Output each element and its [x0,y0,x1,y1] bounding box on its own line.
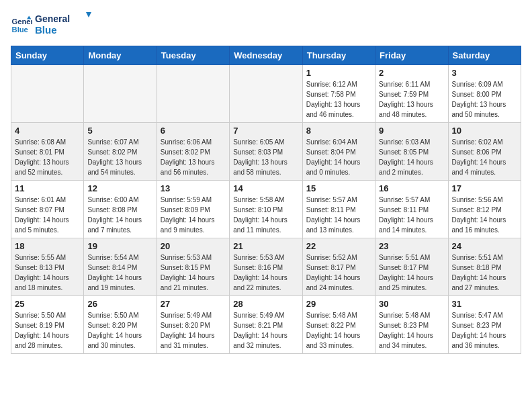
page-header: General Blue General Blue [11,11,521,40]
day-number: 22 [306,241,371,251]
calendar-header-row: SundayMondayTuesdayWednesdayThursdayFrid… [11,46,521,65]
day-info: Sunrise: 5:53 AMSunset: 8:15 PMDaylight:… [161,253,226,293]
day-info: Sunrise: 6:11 AMSunset: 7:59 PMDaylight:… [379,79,444,120]
calendar-day-cell: 26Sunrise: 5:50 AMSunset: 8:20 PMDayligh… [84,296,157,354]
calendar-day-cell: 10Sunrise: 6:02 AMSunset: 8:06 PMDayligh… [448,123,521,181]
weekday-header: Monday [84,46,157,65]
day-info: Sunrise: 5:49 AMSunset: 8:20 PMDaylight:… [161,310,226,351]
calendar-day-cell [11,65,84,123]
day-info: Sunrise: 6:06 AMSunset: 8:02 PMDaylight:… [161,137,226,177]
day-info: Sunrise: 6:08 AMSunset: 8:01 PMDaylight:… [15,137,80,177]
calendar-day-cell [230,65,302,123]
calendar-week-row: 11Sunrise: 6:01 AMSunset: 8:07 PMDayligh… [11,181,521,238]
calendar-day-cell: 9Sunrise: 6:03 AMSunset: 8:05 PMDaylight… [375,123,448,181]
calendar-day-cell: 8Sunrise: 6:04 AMSunset: 8:04 PMDaylight… [302,123,375,181]
calendar-day-cell: 14Sunrise: 5:58 AMSunset: 8:10 PMDayligh… [230,181,302,238]
calendar-day-cell: 15Sunrise: 5:57 AMSunset: 8:11 PMDayligh… [302,181,375,238]
svg-text:Blue: Blue [12,26,28,34]
calendar-day-cell: 6Sunrise: 6:06 AMSunset: 8:02 PMDaylight… [157,123,229,181]
day-number: 10 [452,126,517,136]
day-info: Sunrise: 5:47 AMSunset: 8:23 PMDaylight:… [452,310,517,351]
calendar-day-cell [157,65,229,123]
calendar-day-cell: 25Sunrise: 5:50 AMSunset: 8:19 PMDayligh… [11,296,84,354]
day-number: 24 [452,241,517,251]
day-number: 28 [233,299,298,309]
calendar-week-row: 4Sunrise: 6:08 AMSunset: 8:01 PMDaylight… [11,123,521,181]
day-info: Sunrise: 5:59 AMSunset: 8:09 PMDaylight:… [161,195,226,235]
day-info: Sunrise: 5:48 AMSunset: 8:23 PMDaylight:… [379,310,444,351]
day-info: Sunrise: 5:56 AMSunset: 8:12 PMDaylight:… [452,195,517,235]
day-number: 9 [379,126,444,136]
day-number: 6 [161,126,226,136]
calendar-day-cell: 7Sunrise: 6:05 AMSunset: 8:03 PMDaylight… [230,123,302,181]
logo-icon: General Blue [11,15,32,36]
calendar-day-cell: 1Sunrise: 6:12 AMSunset: 7:58 PMDaylight… [302,65,375,123]
day-info: Sunrise: 6:01 AMSunset: 8:07 PMDaylight:… [15,195,80,235]
calendar-week-row: 25Sunrise: 5:50 AMSunset: 8:19 PMDayligh… [11,296,521,354]
weekday-header: Friday [375,46,448,65]
day-number: 7 [233,126,298,136]
day-number: 23 [379,241,444,251]
day-number: 17 [452,183,517,193]
day-info: Sunrise: 5:55 AMSunset: 8:13 PMDaylight:… [15,253,80,293]
day-number: 11 [15,183,80,193]
weekday-header: Saturday [448,46,521,65]
calendar-day-cell: 28Sunrise: 5:49 AMSunset: 8:21 PMDayligh… [230,296,302,354]
day-info: Sunrise: 6:03 AMSunset: 8:05 PMDaylight:… [379,137,444,177]
calendar-day-cell: 13Sunrise: 5:59 AMSunset: 8:09 PMDayligh… [157,181,229,238]
calendar-day-cell: 20Sunrise: 5:53 AMSunset: 8:15 PMDayligh… [157,238,229,296]
calendar-day-cell: 30Sunrise: 5:48 AMSunset: 8:23 PMDayligh… [375,296,448,354]
day-number: 14 [233,183,298,193]
day-number: 5 [87,126,152,136]
day-info: Sunrise: 6:00 AMSunset: 8:08 PMDaylight:… [87,195,152,235]
calendar-day-cell: 17Sunrise: 5:56 AMSunset: 8:12 PMDayligh… [448,181,521,238]
day-info: Sunrise: 5:50 AMSunset: 8:20 PMDaylight:… [87,310,152,351]
calendar-day-cell: 11Sunrise: 6:01 AMSunset: 8:07 PMDayligh… [11,181,84,238]
day-number: 26 [87,299,152,309]
day-number: 21 [233,241,298,251]
day-info: Sunrise: 5:57 AMSunset: 8:11 PMDaylight:… [306,195,371,235]
weekday-header: Wednesday [230,46,302,65]
day-info: Sunrise: 5:49 AMSunset: 8:21 PMDaylight:… [233,310,298,351]
calendar-day-cell: 19Sunrise: 5:54 AMSunset: 8:14 PMDayligh… [84,238,157,296]
day-info: Sunrise: 6:02 AMSunset: 8:06 PMDaylight:… [452,137,517,177]
day-info: Sunrise: 6:05 AMSunset: 8:03 PMDaylight:… [233,137,298,177]
day-info: Sunrise: 6:04 AMSunset: 8:04 PMDaylight:… [306,137,371,177]
day-info: Sunrise: 5:57 AMSunset: 8:11 PMDaylight:… [379,195,444,235]
day-info: Sunrise: 5:53 AMSunset: 8:16 PMDaylight:… [233,253,298,293]
weekday-header: Thursday [302,46,375,65]
calendar-day-cell: 24Sunrise: 5:51 AMSunset: 8:18 PMDayligh… [448,238,521,296]
svg-text:Blue: Blue [35,24,57,36]
calendar-day-cell [84,65,157,123]
calendar-day-cell: 16Sunrise: 5:57 AMSunset: 8:11 PMDayligh… [375,181,448,238]
calendar-day-cell: 5Sunrise: 6:07 AMSunset: 8:02 PMDaylight… [84,123,157,181]
day-info: Sunrise: 5:50 AMSunset: 8:19 PMDaylight:… [15,310,80,351]
day-number: 13 [161,183,226,193]
day-number: 20 [161,241,226,251]
calendar-day-cell: 29Sunrise: 5:48 AMSunset: 8:22 PMDayligh… [302,296,375,354]
day-number: 4 [15,126,80,136]
weekday-header: Tuesday [157,46,229,65]
day-number: 15 [306,183,371,193]
day-number: 29 [306,299,371,309]
day-number: 3 [452,68,517,78]
svg-marker-4 [86,12,91,17]
day-info: Sunrise: 5:51 AMSunset: 8:17 PMDaylight:… [379,253,444,293]
logo-svg: General Blue [35,11,95,38]
day-info: Sunrise: 5:58 AMSunset: 8:10 PMDaylight:… [233,195,298,235]
day-number: 16 [379,183,444,193]
day-number: 18 [15,241,80,251]
day-info: Sunrise: 5:51 AMSunset: 8:18 PMDaylight:… [452,253,517,293]
calendar-day-cell: 4Sunrise: 6:08 AMSunset: 8:01 PMDaylight… [11,123,84,181]
calendar-day-cell: 23Sunrise: 5:51 AMSunset: 8:17 PMDayligh… [375,238,448,296]
calendar-day-cell: 18Sunrise: 5:55 AMSunset: 8:13 PMDayligh… [11,238,84,296]
weekday-header: Sunday [11,46,84,65]
day-info: Sunrise: 5:52 AMSunset: 8:17 PMDaylight:… [306,253,371,293]
day-number: 25 [15,299,80,309]
day-number: 30 [379,299,444,309]
calendar-table: SundayMondayTuesdayWednesdayThursdayFrid… [11,46,521,354]
day-info: Sunrise: 6:07 AMSunset: 8:02 PMDaylight:… [87,137,152,177]
calendar-day-cell: 31Sunrise: 5:47 AMSunset: 8:23 PMDayligh… [448,296,521,354]
calendar-day-cell: 22Sunrise: 5:52 AMSunset: 8:17 PMDayligh… [302,238,375,296]
calendar-day-cell: 2Sunrise: 6:11 AMSunset: 7:59 PMDaylight… [375,65,448,123]
